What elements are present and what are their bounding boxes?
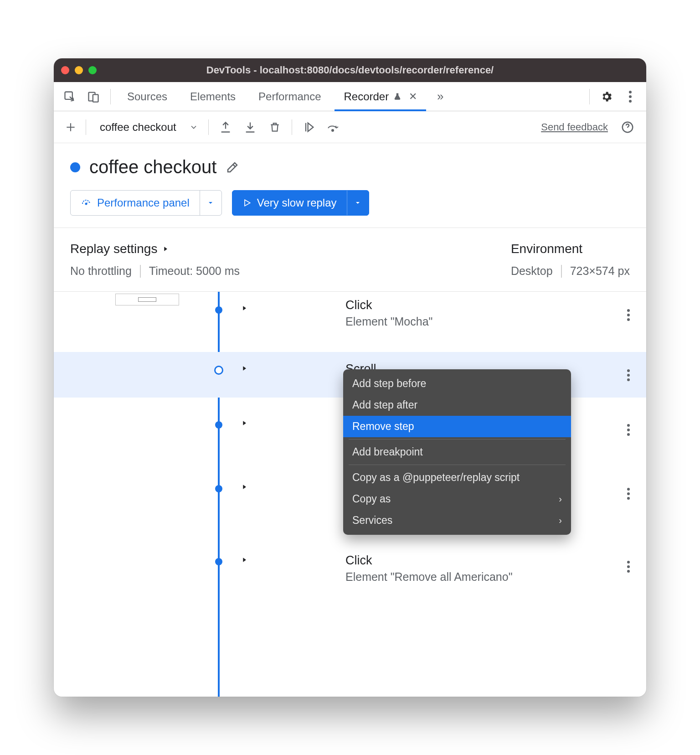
step-subtitle: Element "Mocha" bbox=[345, 315, 628, 328]
step-title: Click bbox=[345, 298, 628, 312]
minimize-window-button[interactable] bbox=[75, 66, 83, 74]
tab-strip: Sources Elements Performance Recorder ✕ … bbox=[54, 82, 646, 111]
chevron-right-icon: › bbox=[559, 494, 562, 504]
menu-label: Add step after bbox=[352, 399, 417, 411]
step-subtitle: Element "Remove all Americano" bbox=[345, 570, 628, 584]
caret-right-icon bbox=[162, 245, 169, 253]
close-window-button[interactable] bbox=[61, 66, 69, 74]
titlebar: DevTools - localhost:8080/docs/devtools/… bbox=[54, 58, 646, 82]
replay-settings-toggle[interactable]: Replay settings bbox=[70, 242, 484, 256]
new-recording-button[interactable] bbox=[62, 119, 79, 136]
more-tabs-icon[interactable]: » bbox=[431, 87, 450, 106]
settings-gear-icon[interactable] bbox=[597, 87, 616, 106]
replay-settings: Replay settings No throttling Timeout: 5… bbox=[70, 242, 484, 278]
step-title: Click bbox=[345, 553, 628, 568]
svg-rect-2 bbox=[93, 94, 98, 102]
step-menu-icon[interactable] bbox=[623, 557, 633, 576]
menu-label: Add step before bbox=[352, 378, 426, 390]
import-icon[interactable] bbox=[240, 117, 261, 138]
edit-title-icon[interactable] bbox=[226, 160, 239, 174]
section-title: Replay settings bbox=[70, 242, 157, 256]
dropdown-toggle[interactable] bbox=[347, 191, 369, 215]
performance-panel-button[interactable]: Performance panel bbox=[70, 190, 222, 216]
maximize-window-button[interactable] bbox=[88, 66, 97, 74]
gauge-icon bbox=[81, 197, 92, 208]
chevron-right-icon: › bbox=[559, 515, 562, 526]
tab-label: Elements bbox=[190, 90, 236, 103]
replay-button[interactable]: Very slow replay bbox=[232, 190, 369, 216]
expand-caret-icon[interactable] bbox=[241, 483, 248, 491]
menu-label: Remove step bbox=[352, 420, 414, 433]
action-buttons: Performance panel Very slow replay bbox=[70, 190, 630, 216]
step-menu-icon[interactable] bbox=[623, 366, 633, 385]
step-over-icon[interactable] bbox=[323, 117, 344, 138]
section-title: Environment bbox=[511, 242, 582, 256]
close-tab-icon[interactable]: ✕ bbox=[406, 91, 417, 103]
kebab-menu-icon[interactable] bbox=[621, 87, 640, 106]
step-menu-icon[interactable] bbox=[623, 420, 633, 440]
help-icon[interactable] bbox=[617, 117, 638, 138]
expand-caret-icon[interactable] bbox=[241, 419, 248, 427]
tab-recorder[interactable]: Recorder ✕ bbox=[335, 82, 426, 111]
viewport-value: 723×574 px bbox=[570, 264, 630, 278]
window-title: DevTools - localhost:8080/docs/devtools/… bbox=[54, 64, 646, 76]
ctx-add-breakpoint[interactable]: Add breakpoint bbox=[343, 441, 571, 463]
send-feedback-link[interactable]: Send feedback bbox=[541, 121, 608, 133]
dropdown-toggle[interactable] bbox=[200, 191, 221, 215]
ctx-copy-puppeteer[interactable]: Copy as a @puppeteer/replay script bbox=[343, 467, 571, 488]
recording-title: coffee checkout bbox=[89, 157, 216, 177]
expand-caret-icon[interactable] bbox=[241, 365, 248, 372]
timeout-value: Timeout: 5000 ms bbox=[149, 264, 240, 278]
tab-label: Sources bbox=[127, 90, 167, 103]
step-replay-icon[interactable] bbox=[299, 117, 319, 138]
step-menu-icon[interactable] bbox=[623, 305, 633, 325]
step-node-icon bbox=[214, 366, 223, 375]
expand-caret-icon[interactable] bbox=[241, 305, 248, 312]
inspect-icon[interactable] bbox=[60, 87, 79, 106]
environment-settings: Environment Desktop 723×574 px bbox=[511, 242, 630, 278]
ctx-copy-as[interactable]: Copy as› bbox=[343, 488, 571, 510]
ctx-add-step-before[interactable]: Add step before bbox=[343, 373, 571, 394]
expand-caret-icon[interactable] bbox=[241, 556, 248, 564]
menu-label: Copy as a @puppeteer/replay script bbox=[352, 471, 520, 484]
ctx-remove-step[interactable]: Remove step bbox=[343, 416, 571, 437]
context-menu: Add step before Add step after Remove st… bbox=[343, 369, 571, 535]
divider bbox=[561, 265, 562, 278]
export-icon[interactable] bbox=[215, 117, 236, 138]
svg-point-3 bbox=[332, 129, 334, 131]
divider bbox=[140, 265, 141, 278]
chevron-down-icon bbox=[189, 123, 198, 132]
step-row[interactable]: Click Element "Remove all Americano" bbox=[54, 543, 646, 594]
divider bbox=[589, 89, 590, 104]
recorder-toolbar: coffee checkout Send feedback bbox=[54, 111, 646, 143]
tab-elements[interactable]: Elements bbox=[181, 82, 245, 111]
button-label: Performance panel bbox=[97, 197, 190, 209]
divider bbox=[292, 119, 292, 135]
divider bbox=[86, 119, 86, 135]
tab-performance[interactable]: Performance bbox=[249, 82, 330, 111]
recording-header: coffee checkout Performance panel Very s… bbox=[54, 143, 646, 228]
device-toolbar-icon[interactable] bbox=[84, 87, 103, 106]
menu-divider bbox=[349, 465, 566, 465]
menu-divider bbox=[349, 439, 566, 440]
ctx-services[interactable]: Services› bbox=[343, 510, 571, 531]
divider bbox=[110, 89, 111, 104]
window-controls bbox=[61, 66, 97, 74]
recording-selector[interactable]: coffee checkout bbox=[93, 121, 202, 134]
step-node-icon bbox=[215, 306, 222, 314]
delete-icon[interactable] bbox=[264, 117, 285, 138]
step-node-icon bbox=[215, 421, 222, 429]
step-row[interactable]: Click Element "Mocha" bbox=[54, 292, 646, 338]
step-menu-icon[interactable] bbox=[623, 484, 633, 503]
device-value: Desktop bbox=[511, 264, 553, 278]
play-icon bbox=[242, 198, 252, 207]
step-node-icon bbox=[215, 485, 222, 492]
tab-sources[interactable]: Sources bbox=[118, 82, 176, 111]
settings-row: Replay settings No throttling Timeout: 5… bbox=[54, 228, 646, 292]
ctx-add-step-after[interactable]: Add step after bbox=[343, 394, 571, 416]
menu-label: Services bbox=[352, 514, 392, 527]
tab-label: Recorder bbox=[344, 90, 389, 103]
throttling-value: No throttling bbox=[70, 264, 132, 278]
recording-name: coffee checkout bbox=[100, 121, 176, 134]
recording-title-row: coffee checkout bbox=[70, 157, 630, 177]
